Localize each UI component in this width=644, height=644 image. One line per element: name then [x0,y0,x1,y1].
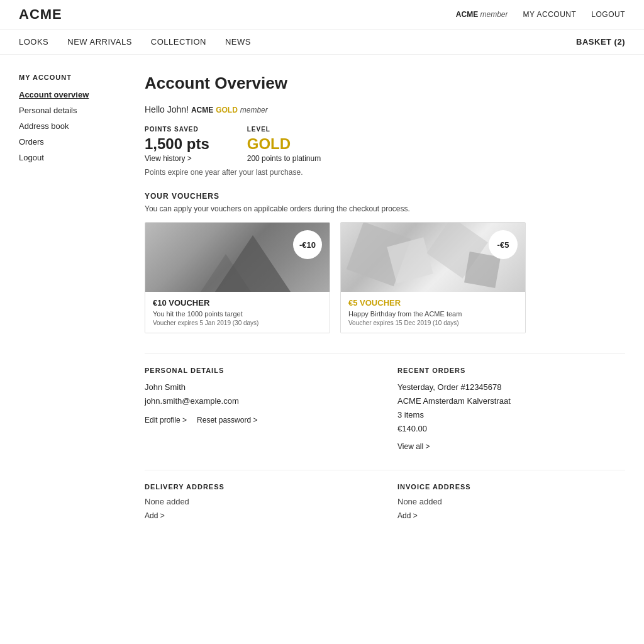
sidebar: MY ACCOUNT Account overview Personal det… [19,74,119,539]
sidebar-item-orders[interactable]: Orders [19,137,119,147]
sidebar-item-logout[interactable]: Logout [19,153,119,162]
voucher-image-1: -€10 [145,223,330,292]
sidebar-link-account-overview[interactable]: Account overview [19,90,89,99]
nav-items: LOOKS NEW ARRIVALS COLLECTION NEWS [19,37,251,47]
delivery-add-link[interactable]: Add > [145,511,165,520]
voucher-title-2: €5 VOUCHER [348,298,518,308]
personal-details-section: PERSONAL DETAILS John Smith john.smith@e… [145,367,372,451]
nav-collection[interactable]: COLLECTION [151,37,206,47]
mountain-shape-main [215,235,291,292]
personal-details-title: PERSONAL DETAILS [145,367,372,374]
vouchers-description: You can apply your vouchers on appilcabl… [145,204,625,213]
greeting-text: Hello John! [145,104,189,114]
brand-name: ACME [456,10,478,19]
platinum-info: 200 points to platinum [247,154,321,163]
voucher-subtitle-2: Happy Birthday from the ACME team [348,310,518,318]
invoice-address-title: INVOICE ADDRESS [397,483,625,491]
greeting-member: member [240,106,268,114]
basket-button[interactable]: BASKET (2) [576,37,625,47]
sidebar-item-address-book[interactable]: Address book [19,121,119,131]
divider-1 [145,353,625,354]
invoice-add-link[interactable]: Add > [397,511,418,520]
nav-news[interactable]: NEWS [225,37,251,47]
greeting: Hello John! ACME GOLD member [145,104,625,114]
logout-link[interactable]: LOGOUT [591,10,625,19]
points-block: POINTS SAVED 1,500 pts View history > [145,126,209,163]
level-block: LEVEL GOLD 200 points to platinum [247,126,321,163]
top-bar-right: ACME member MY ACCOUNT LOGOUT [456,10,625,19]
voucher-expiry-2: Voucher expires 15 Dec 2019 (10 days) [348,319,518,326]
page-title: Account Overview [145,74,625,93]
recent-orders-section: RECENT ORDERS Yesterday, Order #12345678… [397,367,625,451]
nav-new-arrivals[interactable]: NEW ARRIVALS [67,37,132,47]
reset-password-link[interactable]: Reset password > [197,416,257,425]
recent-orders-title: RECENT ORDERS [397,367,625,374]
vouchers-section: YOUR VOUCHERS You can apply your voucher… [145,192,625,333]
invoice-address-section: INVOICE ADDRESS None added Add > [397,483,625,520]
logo[interactable]: ACME [19,6,62,23]
recent-orders-store: ACME Amsterdam Kalverstraat [397,394,625,408]
page-layout: MY ACCOUNT Account overview Personal det… [0,55,644,558]
voucher-subtitle-1: You hit the 1000 points target [153,310,322,318]
sidebar-item-account-overview[interactable]: Account overview [19,90,119,99]
level-label: LEVEL [247,126,321,133]
my-account-link[interactable]: MY ACCOUNT [523,10,577,19]
voucher-image-2: -€5 [341,223,525,292]
invoice-address-status: None added [397,497,625,506]
voucher-badge-2: -€5 [489,230,518,259]
divider-2 [145,470,625,470]
points-label: POINTS SAVED [145,126,209,133]
top-bar: ACME ACME member MY ACCOUNT LOGOUT [0,0,644,30]
member-label: member [480,10,508,19]
delivery-address-section: DELIVERY ADDRESS None added Add > [145,483,372,520]
points-expire: Points expire one year after your last p… [145,168,625,177]
points-level-section: POINTS SAVED 1,500 pts View history > LE… [145,126,625,163]
sidebar-nav: Account overview Personal details Addres… [19,90,119,162]
voucher-title-1: €10 VOUCHER [153,298,322,308]
main-content: Account Overview Hello John! ACME GOLD m… [145,74,625,539]
view-all-orders-link[interactable]: View all > [397,442,430,451]
voucher-card-1[interactable]: -€10 €10 VOUCHER You hit the 1000 points… [145,222,330,333]
sidebar-link-address-book[interactable]: Address book [19,121,69,131]
personal-details-email: john.smith@example.com [145,394,372,408]
sidebar-title: MY ACCOUNT [19,74,119,81]
edit-profile-link[interactable]: Edit profile > [145,416,187,425]
recent-orders-items: 3 items [397,408,625,422]
voucher-card-2[interactable]: -€5 €5 VOUCHER Happy Birthday from the A… [340,222,526,333]
sidebar-link-logout[interactable]: Logout [19,153,44,162]
bottom-sections-row1: PERSONAL DETAILS John Smith john.smith@e… [145,367,625,451]
bottom-sections-row2: DELIVERY ADDRESS None added Add > INVOIC… [145,483,625,520]
nav-looks[interactable]: LOOKS [19,37,48,47]
sidebar-item-personal-details[interactable]: Personal details [19,106,119,115]
points-value: 1,500 pts [145,135,209,153]
main-nav: LOOKS NEW ARRIVALS COLLECTION NEWS BASKE… [0,30,644,55]
vouchers-grid: -€10 €10 VOUCHER You hit the 1000 points… [145,222,625,333]
greeting-brand: ACME [191,106,213,114]
recent-orders-amount: €140.00 [397,422,625,436]
delivery-address-status: None added [145,497,372,506]
personal-details-name: John Smith [145,380,372,394]
voucher-badge-1: -€10 [293,230,322,259]
delivery-address-title: DELIVERY ADDRESS [145,483,372,491]
voucher-info-1: €10 VOUCHER You hit the 1000 points targ… [145,292,330,333]
voucher-expiry-1: Voucher expires 5 Jan 2019 (30 days) [153,319,322,326]
vouchers-title: YOUR VOUCHERS [145,192,625,201]
sidebar-link-orders[interactable]: Orders [19,137,44,147]
greeting-level: GOLD [216,106,238,114]
voucher-info-2: €5 VOUCHER Happy Birthday from the ACME … [341,292,525,333]
view-history-link[interactable]: View history > [145,154,209,163]
sidebar-link-personal-details[interactable]: Personal details [19,106,77,115]
recent-orders-date: Yesterday, Order #12345678 [397,380,625,394]
brand-member-label: ACME member [456,10,508,19]
personal-details-links: Edit profile > Reset password > [145,416,372,425]
level-value: GOLD [247,135,321,153]
